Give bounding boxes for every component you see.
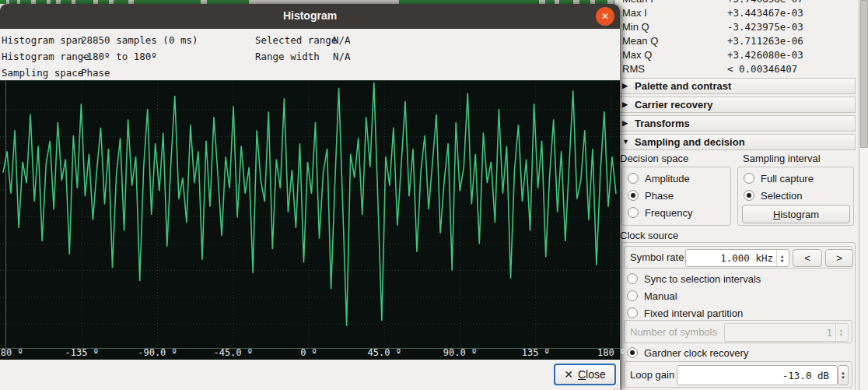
resize-grip-icon[interactable] [611,381,618,389]
chevron-right-icon: ▶ [622,97,628,112]
info-label: Histogram span [2,33,81,48]
loop-gain-spin-arrows[interactable]: ▲▼ [838,365,849,385]
symbol-rate-increase-button[interactable]: > [825,249,853,267]
stat-label: Max I [622,7,647,19]
symbol-rate-row: Symbol rate 1.000 kHz ▲▼ < > [624,246,852,269]
stat-row: Mean Q+3.711263e-06 [614,33,859,47]
section-header-palette-and-contrast[interactable]: ▶Palette and contrast [615,78,856,94]
inspector-settings-panel: Mean I+3.740858e-07Max I+3.443467e-03Min… [614,0,859,390]
stat-row: Max I+3.443467e-03 [614,5,859,19]
radio-label: Gardner clock recovery [644,347,748,360]
stat-row: Max Q+3.426080e-03 [614,47,859,61]
spin-down-icon: ▼ [781,258,784,263]
stat-row: RMS< 0.00346407 [614,61,859,76]
loop-gain-spinbox[interactable]: -13.0 dB [677,365,838,385]
section-header-transforms[interactable]: ▶Transforms [615,115,856,132]
x-tick-label: 45.0 º [368,347,401,358]
chevron-down-icon: ▼ [622,135,629,149]
info-label: Selected range [255,33,333,48]
radio-label: Fixed interval partition [644,307,743,320]
stat-label: Mean I [622,0,653,5]
stat-row: Mean I+3.740858e-07 [614,0,859,5]
section-header-carrier-recovery[interactable]: ▶Carrier recovery [615,97,856,113]
x-tick-label: 180 º [597,347,625,358]
x-axis-labels: -180 º-135 º-90.0 º-45.0 º0 º45.0 º90.0 … [0,347,620,360]
info-row: Sampling spacePhase [2,65,110,81]
decision-space-title: Decision space [620,153,688,164]
chevron-right-icon: ▶ [622,79,628,93]
panel-scrollbar[interactable] [859,0,868,390]
symbol-rate-value: 1.000 kHz [720,250,773,266]
clock-source-group: Symbol rate 1.000 kHz ▲▼ < > Number of s… [621,242,856,390]
stat-value: -3.423975e-03 [727,21,803,33]
info-value: -180º to 180º [81,51,157,62]
x-tick-label: 0 º [300,347,317,358]
radio-label: Amplitude [645,173,690,185]
dialog-footer: ✕Close [0,360,620,390]
decision-space-group: AmplitudePhaseFrequency [621,167,731,226]
close-button[interactable]: ✕Close [554,364,616,385]
histogram-info: Histogram span28850 samples (0 ms)Histog… [0,29,620,80]
screen: Mean I+3.740858e-07Max I+3.443467e-03Min… [0,0,868,390]
number-of-symbols-label: Number of symbols [630,326,717,338]
loop-gain-value: -13.0 dB [782,366,829,385]
scrollbar-thumb[interactable] [860,0,868,148]
radio-icon[interactable] [628,207,639,218]
loop-gain-row: Loop gain -13.0 dB ▲▼ [624,361,852,388]
window-close-icon[interactable]: ✕ [596,7,614,26]
info-value: 28850 samples (0 ms) [81,34,198,46]
symbol-rate-spinbox[interactable]: 1.000 kHz ▲▼ [685,249,789,267]
stat-row: Min Q-3.423975e-03 [614,19,859,33]
radio-icon[interactable] [744,190,754,201]
stat-label: Min Q [622,21,649,33]
stat-value: +3.740858e-07 [727,0,803,5]
radio-icon[interactable] [628,190,639,201]
info-row: Selected rangeN/A [255,33,351,48]
x-tick-label: 90.0 º [443,347,477,358]
radio-icon[interactable] [628,173,639,184]
clock-source-title: Clock source [620,230,678,241]
radio-label: Frequency [645,207,692,220]
number-of-symbols-row: Number of symbols 1 ▲▼ [624,320,852,343]
histogram-button[interactable]: Histogram [742,205,850,223]
radio-label: Full capture [761,173,814,185]
histogram-dialog: Histogram ✕ Histogram span28850 samples … [0,4,620,390]
stat-value: +3.711263e-06 [727,35,803,47]
histogram-plot[interactable]: -180 º-135 º-90.0 º-45.0 º0 º45.0 º90.0 … [0,80,620,360]
symbol-rate-spin-arrows[interactable]: ▲▼ [776,250,787,266]
section-label: Palette and contrast [635,79,731,93]
info-row: Histogram span28850 samples (0 ms) [2,33,198,48]
spin-down-icon: ▼ [840,332,843,337]
info-label: Sampling space [2,65,81,81]
symbol-rate-label: Symbol rate [630,251,684,263]
info-label: Histogram range [2,49,81,65]
section-label: Sampling and decision [635,135,745,149]
radio-label: Phase [645,190,674,202]
symbol-rate-decrease-button[interactable]: < [793,249,822,267]
radio-label: Manual [644,290,677,303]
stat-value: < 0.00346407 [727,63,797,75]
x-tick-label: -180 º [0,347,23,358]
info-value: N/A [333,51,351,62]
radio-icon[interactable] [627,347,638,358]
x-tick-label: 135 º [522,347,550,358]
x-tick-label: -135 º [65,347,99,358]
sampling-interval-group: Histogram Full captureSelection [737,167,854,226]
radio-label: Selection [761,190,802,202]
radio-icon[interactable] [627,307,638,318]
dialog-titlebar[interactable]: Histogram ✕ [0,4,620,29]
sampling-interval-title: Sampling interval [743,153,821,164]
radio-icon[interactable] [744,173,754,184]
stat-value: +3.426080e-03 [727,49,803,61]
radio-icon[interactable] [627,273,638,284]
stat-label: Max Q [622,49,652,61]
section-header-sampling-and-decision[interactable]: ▼Sampling and decision [615,134,856,150]
info-value: N/A [333,34,351,46]
info-value: Phase [81,67,110,79]
x-tick-label: -90.0 º [138,347,177,358]
loop-gain-label: Loop gain [630,369,674,381]
number-of-symbols-value: 1 [826,324,832,341]
close-x-icon: ✕ [564,368,573,381]
radio-icon[interactable] [627,290,638,301]
histogram-chart [0,80,620,349]
